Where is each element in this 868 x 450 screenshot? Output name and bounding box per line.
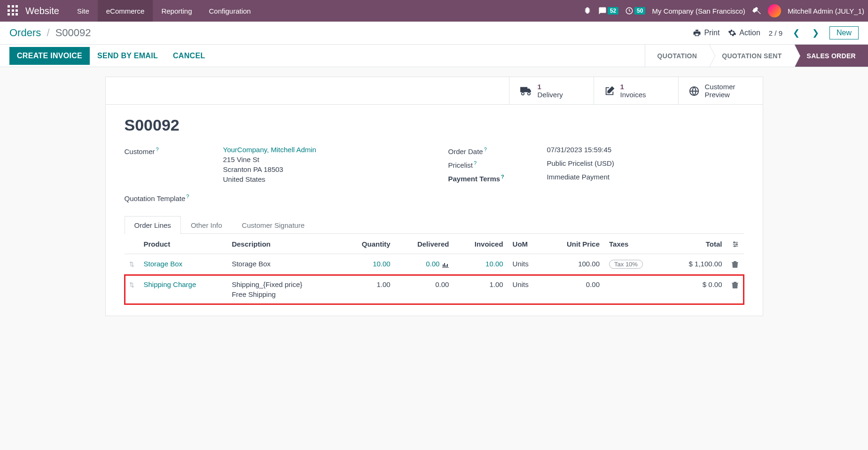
pager-next[interactable]: ❯ <box>810 28 821 38</box>
new-button[interactable]: New <box>829 26 859 39</box>
line-uom[interactable]: Units <box>508 275 544 304</box>
status-step-sales-order[interactable]: SALES ORDER <box>794 45 868 67</box>
pager-prev[interactable]: ❮ <box>791 28 802 38</box>
send-email-button[interactable]: SEND BY EMAIL <box>90 47 165 65</box>
activities-icon[interactable]: 50 <box>625 7 645 15</box>
line-description[interactable]: Shipping_{Fixed price}Free Shipping <box>227 275 341 304</box>
help-icon[interactable]: ? <box>186 194 189 199</box>
gear-icon <box>728 29 736 37</box>
nav-item-site[interactable]: Site <box>69 0 98 22</box>
help-icon[interactable]: ? <box>501 174 504 179</box>
status-step-quotation[interactable]: QUOTATION <box>645 45 710 67</box>
line-quantity[interactable]: 1.00 <box>341 275 395 304</box>
stat-delivery[interactable]: 1 Delivery <box>509 77 594 104</box>
nav-item-configuration[interactable]: Configuration <box>200 0 259 22</box>
payment-terms-value[interactable]: Immediate Payment <box>547 173 610 181</box>
edit-icon <box>604 85 615 96</box>
tools-icon[interactable] <box>752 6 761 16</box>
order-date-value[interactable]: 07/31/2023 15:59:45 <box>547 146 612 154</box>
record-sheet: 1 Delivery 1 Invoices Customer Preview <box>105 77 763 316</box>
user-name[interactable]: Mitchell Admin (JULY_1) <box>788 7 864 15</box>
breadcrumb-current: S00092 <box>55 27 91 39</box>
help-icon[interactable]: ? <box>474 160 477 166</box>
line-unit-price[interactable]: 100.00 <box>544 254 604 275</box>
stat-customer-preview[interactable]: Customer Preview <box>678 77 763 104</box>
globe-icon <box>689 85 699 96</box>
line-invoiced[interactable]: 10.00 <box>454 254 508 275</box>
nav-item-ecommerce[interactable]: eCommerce <box>98 0 153 22</box>
line-delivered[interactable]: 0.00 <box>395 254 454 275</box>
create-invoice-button[interactable]: CREATE INVOICE <box>9 47 90 65</box>
status-step-quotation-sent[interactable]: QUOTATION SENT <box>709 45 794 67</box>
col-total[interactable]: Total <box>666 234 727 254</box>
apps-icon[interactable] <box>8 5 19 16</box>
breadcrumb-root[interactable]: Orders <box>9 27 41 39</box>
tabs: Order LinesOther InfoCustomer Signature <box>125 216 744 234</box>
messages-icon[interactable]: 52 <box>598 7 618 15</box>
col-taxes[interactable]: Taxes <box>604 234 666 254</box>
help-icon[interactable]: ? <box>484 147 487 152</box>
trash-icon[interactable] <box>732 260 738 268</box>
status-bar: CREATE INVOICE SEND BY EMAIL CANCEL QUOT… <box>0 45 868 67</box>
svg-point-6 <box>734 246 735 247</box>
quotation-template-label: Quotation Template? <box>125 193 223 202</box>
col-delivered[interactable]: Delivered <box>395 234 454 254</box>
invoice-label: Invoices <box>620 91 646 99</box>
col-uom[interactable]: UoM <box>508 234 544 254</box>
top-navbar: Website SiteeCommerceReportingConfigurat… <box>0 0 868 22</box>
chart-icon[interactable] <box>442 261 449 268</box>
tab-other-info[interactable]: Other Info <box>181 216 232 234</box>
svg-point-2 <box>527 93 530 95</box>
cancel-button[interactable]: CANCEL <box>165 47 212 65</box>
tab-customer-signature[interactable]: Customer Signature <box>232 216 314 234</box>
customer-addr1: 215 Vine St <box>223 155 316 163</box>
company-selector[interactable]: My Company (San Francisco) <box>652 7 745 15</box>
line-quantity[interactable]: 10.00 <box>341 254 395 275</box>
options-icon[interactable] <box>732 240 739 248</box>
order-line-row[interactable]: ⇅Shipping ChargeShipping_{Fixed price}Fr… <box>125 275 744 304</box>
print-button[interactable]: Print <box>693 29 719 37</box>
line-description[interactable]: Storage Box <box>227 254 341 275</box>
svg-point-1 <box>521 93 524 95</box>
user-avatar[interactable] <box>768 4 781 17</box>
record-title: S00092 <box>125 116 744 134</box>
order-lines-table: Product Description Quantity Delivered I… <box>125 234 744 304</box>
order-line-row[interactable]: ⇅Storage BoxStorage Box10.000.0010.00Uni… <box>125 254 744 275</box>
delivery-count: 1 <box>538 83 563 91</box>
breadcrumb: Orders / S00092 <box>9 27 91 39</box>
action-button[interactable]: Action <box>728 29 760 37</box>
brand-title[interactable]: Website <box>25 6 59 16</box>
stat-invoices[interactable]: 1 Invoices <box>594 77 678 104</box>
line-total: $ 1,100.00 <box>666 254 727 275</box>
tab-order-lines[interactable]: Order Lines <box>125 216 181 234</box>
col-description[interactable]: Description <box>227 234 341 254</box>
line-invoiced[interactable]: 1.00 <box>454 275 508 304</box>
truck-icon <box>520 85 532 96</box>
nav-item-reporting[interactable]: Reporting <box>153 0 200 22</box>
line-taxes[interactable] <box>604 275 666 304</box>
pricelist-value[interactable]: Public Pricelist (USD) <box>547 159 614 167</box>
trash-icon[interactable] <box>732 280 738 288</box>
line-uom[interactable]: Units <box>508 254 544 275</box>
line-product[interactable]: Storage Box <box>139 254 227 275</box>
invoice-count: 1 <box>620 83 646 91</box>
col-quantity[interactable]: Quantity <box>341 234 395 254</box>
payment-terms-label: Payment Terms? <box>448 173 547 183</box>
col-unit-price[interactable]: Unit Price <box>544 234 604 254</box>
pager-text: 2 / 9 <box>769 29 782 37</box>
breadcrumb-separator: / <box>47 27 49 39</box>
line-unit-price[interactable]: 0.00 <box>544 275 604 304</box>
col-product[interactable]: Product <box>139 234 227 254</box>
line-taxes[interactable]: Tax 10% <box>604 254 666 275</box>
col-invoiced[interactable]: Invoiced <box>454 234 508 254</box>
customer-name[interactable]: YourCompany, Mitchell Admin <box>223 146 316 154</box>
line-delivered[interactable]: 0.00 <box>395 275 454 304</box>
line-total: $ 0.00 <box>666 275 727 304</box>
debug-icon[interactable] <box>583 7 592 15</box>
control-bar: Orders / S00092 Print Action 2 / 9 ❮ ❯ N… <box>0 22 868 45</box>
drag-handle-icon[interactable]: ⇅ <box>129 261 134 268</box>
help-icon[interactable]: ? <box>156 147 159 152</box>
tax-pill[interactable]: Tax 10% <box>609 260 643 269</box>
line-product[interactable]: Shipping Charge <box>139 275 227 304</box>
drag-handle-icon[interactable]: ⇅ <box>129 281 134 288</box>
